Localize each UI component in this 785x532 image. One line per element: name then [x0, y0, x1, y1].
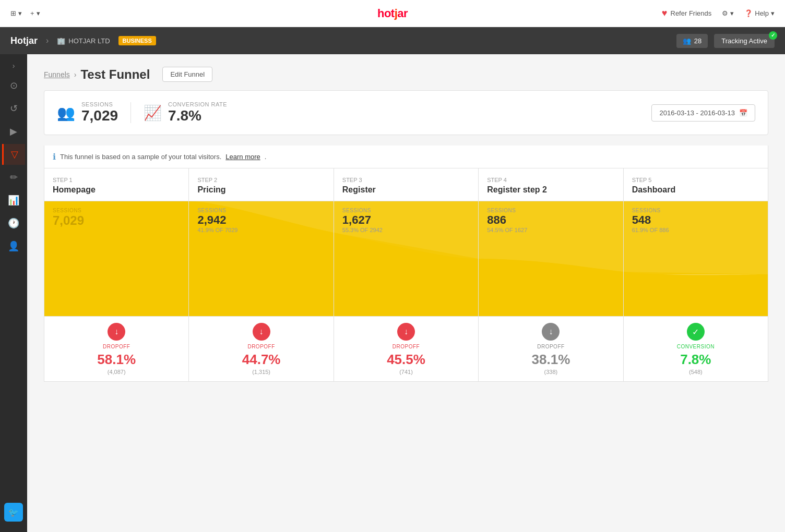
step-3-label: STEP 3: [342, 177, 470, 183]
sessions-label: SESSIONS: [81, 101, 118, 107]
sub-header-sep: ›: [46, 36, 49, 45]
sidebar-item-history[interactable]: 🕐: [2, 213, 25, 234]
step-col-5: STEP 5 Dashboard: [624, 168, 768, 201]
step-5-label: STEP 5: [632, 177, 759, 183]
top-nav-logo: hotjar: [377, 7, 408, 20]
funnel-table: STEP 1 Homepage STEP 2 Pricing STEP 3 Re…: [44, 168, 768, 382]
help-label: Help: [755, 9, 769, 17]
info-suffix: .: [265, 153, 267, 161]
company-name: 🏢 HOTJAR LTD: [57, 37, 110, 45]
dropoff-count-3: (741): [399, 369, 413, 375]
dropoff-icon-4: ↓: [542, 323, 560, 341]
stats-bar: 👥 SESSIONS 7,029 📈 CONVERSION RATE 7.8% …: [44, 90, 768, 135]
dashboard-toggle-btn[interactable]: ⊞ ▾: [10, 9, 22, 17]
info-text: This funnel is based on a sample of your…: [60, 153, 221, 161]
user-count-value: 28: [694, 37, 701, 45]
sidebar-item-dashboard[interactable]: ⊙: [2, 75, 25, 96]
dropoff-pct-1: 58.1%: [97, 352, 136, 368]
refer-friends-btn[interactable]: ♥ Refer Friends: [662, 8, 711, 19]
funnel-col-3: SESSIONS 1,627 55.3% OF 2942: [334, 201, 479, 316]
user-count: 👥 28: [676, 34, 708, 48]
col4-sessions-pct: 54.5% OF 1627: [487, 227, 614, 233]
conversion-value: 7.8%: [168, 107, 227, 124]
dropoff-type-3: DROPOFF: [392, 344, 420, 349]
funnel-col-2: SESSIONS 2,942 41.9% OF 7029: [189, 201, 334, 316]
col2-sessions-pct: 41.9% OF 7029: [197, 227, 325, 233]
sidebar: › ⊙ ↺ ▶ ▽ ✏ 📊 🕐 👤 🐦: [0, 54, 27, 532]
col2-sessions-label: SESSIONS: [197, 208, 325, 213]
funnel-col-1: SESSIONS 7,029: [44, 201, 189, 316]
funnels-icon: ▽: [11, 149, 18, 160]
dashboard-toggle-arrow: ▾: [18, 9, 22, 17]
date-picker[interactable]: 2016-03-13 - 2016-03-13 📅: [651, 104, 755, 122]
sessions-icon: 👥: [57, 104, 75, 122]
step-col-3: STEP 3 Register: [334, 168, 479, 201]
sub-header-right: 👥 28 Tracking Active: [676, 34, 775, 48]
sidebar-item-recordings[interactable]: ▶: [2, 121, 25, 142]
bottom-col-4: ↓ DROPOFF 38.1% (338): [479, 317, 623, 381]
sidebar-item-polls[interactable]: 📊: [2, 190, 25, 211]
breadcrumb-parent[interactable]: Funnels: [44, 70, 70, 79]
breadcrumb: Funnels › Test Funnel Edit Funnel: [44, 67, 768, 82]
polls-icon: 📊: [8, 195, 19, 206]
learn-more-link[interactable]: Learn more: [225, 153, 260, 161]
sessions-info: SESSIONS 7,029: [81, 101, 118, 124]
sessions-stat: 👥 SESSIONS 7,029: [57, 101, 118, 124]
tracking-badge: Tracking Active: [714, 34, 775, 48]
dropoff-type-1: DROPOFF: [103, 344, 130, 349]
funnel-col-5: SESSIONS 548 61.9% OF 886: [624, 201, 768, 316]
conversion-type-5: CONVERSION: [677, 344, 715, 349]
main-content: Funnels › Test Funnel Edit Funnel 👥 SESS…: [27, 54, 785, 532]
dropoff-pct-2: 44.7%: [242, 352, 281, 368]
conversion-icon: 📈: [144, 104, 162, 122]
dropoff-count-2: (1,315): [252, 369, 270, 375]
dropoff-type-2: DROPOFF: [247, 344, 275, 349]
funnel-col-4: SESSIONS 886 54.5% OF 1627: [479, 201, 623, 316]
help-btn[interactable]: ❓ Help ▾: [744, 9, 775, 17]
refer-friends-label: Refer Friends: [671, 9, 712, 17]
step-col-4: STEP 4 Register step 2: [479, 168, 623, 201]
step-1-label: STEP 1: [53, 177, 180, 183]
add-btn[interactable]: + ▾: [30, 9, 40, 17]
grid-icon: ⊞: [10, 9, 16, 17]
help-arrow: ▾: [771, 9, 775, 17]
gear-icon: ⚙: [722, 9, 728, 17]
top-nav: ⊞ ▾ + ▾ hotjar ♥ Refer Friends ⚙ ▾ ❓ Hel…: [0, 0, 785, 27]
page-title: Test Funnel: [80, 67, 150, 82]
step-col-1: STEP 1 Homepage: [44, 168, 189, 201]
date-range-value: 2016-03-13 - 2016-03-13: [659, 109, 735, 117]
conversion-info: CONVERSION RATE 7.8%: [168, 101, 227, 124]
step-5-name: Dashboard: [632, 185, 759, 195]
col1-sessions-value: 7,029: [53, 213, 180, 228]
conversion-icon-5: ✓: [687, 323, 705, 341]
dashboard-icon: ⊙: [10, 80, 18, 91]
col3-sessions-value: 1,627: [342, 213, 470, 227]
twitter-btn[interactable]: 🐦: [4, 503, 23, 522]
sidebar-item-users[interactable]: 👤: [2, 236, 25, 257]
heart-icon: ♥: [662, 8, 668, 19]
sub-header: Hotjar › 🏢 HOTJAR LTD BUSINESS 👥 28 Trac…: [0, 27, 785, 54]
col5-sessions-label: SESSIONS: [632, 208, 759, 213]
settings-arrow: ▾: [730, 9, 734, 17]
dropoff-pct-3: 45.5%: [387, 352, 425, 368]
breadcrumb-separator: ›: [74, 70, 77, 79]
sidebar-item-heatmaps[interactable]: ↺: [2, 98, 25, 119]
help-icon: ❓: [744, 9, 753, 17]
dropoff-count-1: (4,087): [108, 369, 126, 375]
settings-btn[interactable]: ⚙ ▾: [722, 9, 734, 17]
dropoff-icon-2: ↓: [253, 323, 270, 341]
bottom-col-1: ↓ DROPOFF 58.1% (4,087): [44, 317, 189, 381]
sidebar-item-funnels[interactable]: ▽: [2, 144, 25, 165]
sidebar-collapse-btn[interactable]: ›: [9, 58, 18, 73]
conversion-stat: 📈 CONVERSION RATE 7.8%: [144, 101, 227, 124]
col5-sessions-pct: 61.9% OF 886: [632, 227, 759, 233]
sidebar-item-forms[interactable]: ✏: [2, 167, 25, 188]
dropoff-type-4: DROPOFF: [537, 344, 564, 349]
edit-funnel-btn[interactable]: Edit Funnel: [162, 67, 212, 82]
top-nav-right: ♥ Refer Friends ⚙ ▾ ❓ Help ▾: [662, 8, 775, 19]
step-4-label: STEP 4: [487, 177, 614, 183]
conversion-pct-5: 7.8%: [680, 352, 711, 368]
step-4-name: Register step 2: [487, 185, 614, 195]
stats-divider: [130, 102, 131, 123]
forms-icon: ✏: [10, 172, 18, 183]
